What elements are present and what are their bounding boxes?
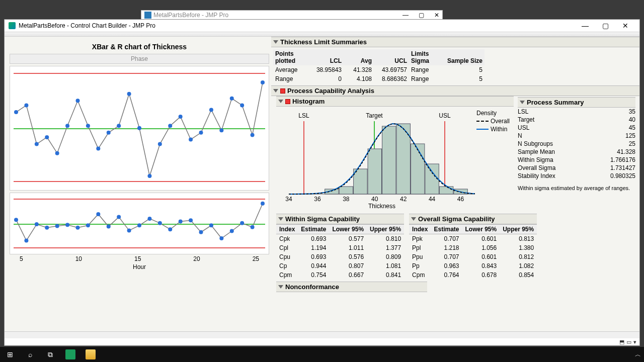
main-window: MetalPartsBefore - Control Chart Builder… xyxy=(4,19,640,346)
x-axis-label: Hour xyxy=(10,262,269,273)
svg-point-41 xyxy=(117,215,121,219)
svg-point-18 xyxy=(168,124,172,128)
svg-point-52 xyxy=(230,229,234,233)
within-cap-header[interactable]: Within Sigma Capability xyxy=(276,214,404,224)
phase-dropzone[interactable]: Phase xyxy=(10,54,269,64)
app-icon xyxy=(144,12,151,19)
svg-point-45 xyxy=(158,221,162,225)
svg-point-51 xyxy=(219,236,223,240)
svg-point-12 xyxy=(107,131,111,135)
bg-close-icon: ✕ xyxy=(434,12,439,19)
svg-point-8 xyxy=(65,124,69,128)
taskview-button[interactable]: ⧉ xyxy=(40,347,60,362)
svg-point-31 xyxy=(14,218,18,222)
svg-point-27 xyxy=(261,80,265,84)
x-axis-ticks: 510152025 xyxy=(10,254,269,262)
nonconf-header[interactable]: Nonconformance xyxy=(276,282,427,292)
disclosure-icon xyxy=(411,217,416,221)
svg-text:40: 40 xyxy=(371,196,378,203)
svg-text:44: 44 xyxy=(429,196,436,203)
svg-point-14 xyxy=(127,92,131,96)
disclosure-icon xyxy=(520,101,525,104)
hist-title: Histogram xyxy=(292,98,325,105)
svg-point-53 xyxy=(240,221,244,225)
svg-point-11 xyxy=(96,147,100,151)
bg-minimize-icon: — xyxy=(403,12,409,19)
svg-point-17 xyxy=(158,142,162,146)
svg-point-39 xyxy=(96,212,100,216)
svg-point-46 xyxy=(168,227,172,231)
svg-point-22 xyxy=(209,108,213,112)
chart-title: XBar & R chart of Thickness xyxy=(10,39,269,52)
svg-point-40 xyxy=(107,225,111,229)
svg-point-25 xyxy=(240,103,244,107)
svg-text:LSL: LSL xyxy=(298,112,309,119)
summary-title: Process Summary xyxy=(527,99,584,106)
svg-text:Target: Target xyxy=(366,112,383,119)
svg-rect-64 xyxy=(339,187,353,194)
overall-cap-header[interactable]: Overall Sigma Capability xyxy=(409,214,537,224)
svg-point-50 xyxy=(209,223,213,227)
taskbar-app-explorer[interactable] xyxy=(80,347,101,362)
svg-rect-67 xyxy=(382,126,396,194)
svg-point-38 xyxy=(86,223,90,227)
maximize-button[interactable]: ▢ xyxy=(595,20,615,32)
hist-section-header[interactable]: Histogram xyxy=(276,96,514,107)
svg-point-9 xyxy=(76,99,80,103)
tray-chevron-icon[interactable]: ︿ xyxy=(632,350,644,359)
app-icon xyxy=(9,22,16,29)
horizontal-scrollbar[interactable] xyxy=(5,331,639,338)
svg-text:46: 46 xyxy=(457,196,464,203)
summary-note: Within sigma estimated by average of ran… xyxy=(518,185,635,191)
svg-text:34: 34 xyxy=(285,196,292,203)
svg-point-20 xyxy=(189,137,193,141)
xbar-chart[interactable] xyxy=(10,66,269,191)
limits-title: Thickness Limit Summaries xyxy=(280,38,367,46)
status-dropdown-icon[interactable]: ▾ xyxy=(633,339,636,345)
nonconf-title: Nonconformance xyxy=(285,283,339,291)
svg-point-15 xyxy=(137,126,141,130)
svg-rect-69 xyxy=(411,144,424,194)
summary-section-header[interactable]: Process Summary xyxy=(518,97,635,108)
summary-table: LSL35Target40USL45N125N Subgroups25Sampl… xyxy=(518,108,635,180)
svg-point-24 xyxy=(230,97,234,101)
r-chart[interactable] xyxy=(10,193,269,254)
svg-text:42: 42 xyxy=(400,196,407,203)
status-icon[interactable]: ⬒ xyxy=(619,339,624,345)
svg-point-49 xyxy=(199,230,203,234)
limits-section-header[interactable]: Thickness Limit Summaries xyxy=(271,37,639,47)
svg-point-16 xyxy=(147,174,151,178)
svg-rect-65 xyxy=(354,169,367,194)
svg-point-21 xyxy=(199,131,203,135)
svg-point-35 xyxy=(55,224,59,228)
search-button[interactable]: ⌕ xyxy=(20,347,40,362)
svg-text:36: 36 xyxy=(314,196,321,203)
svg-point-48 xyxy=(189,218,193,222)
disclosure-icon xyxy=(273,40,278,44)
svg-point-43 xyxy=(137,223,141,227)
within-line-icon xyxy=(476,129,489,130)
minimize-button[interactable]: — xyxy=(575,20,595,32)
options-red-icon[interactable] xyxy=(285,99,290,104)
toolbar xyxy=(5,32,639,37)
status-icon[interactable]: ▭ xyxy=(626,339,631,345)
within-cap-title: Within Sigma Capability xyxy=(285,215,360,223)
disclosure-icon xyxy=(273,89,278,93)
svg-point-10 xyxy=(86,124,90,128)
background-window-titlebar: MetalPartsBefore - JMP Pro — ▢ ✕ xyxy=(141,10,443,20)
svg-point-7 xyxy=(55,151,59,155)
pca-section-header[interactable]: Process Capability Analysis xyxy=(271,85,639,96)
svg-point-37 xyxy=(76,226,80,230)
taskbar-app-jmp[interactable] xyxy=(60,347,80,362)
svg-point-32 xyxy=(24,238,28,242)
options-red-icon[interactable] xyxy=(280,88,285,94)
status-bar: ⬒ ▭ ▾ xyxy=(5,338,639,345)
disclosure-icon xyxy=(278,285,283,289)
svg-point-47 xyxy=(179,220,183,224)
bg-title: MetalPartsBefore - JMP Pro xyxy=(153,12,228,19)
start-button[interactable]: ⊞ xyxy=(0,347,20,362)
close-button[interactable]: ✕ xyxy=(615,20,635,32)
disclosure-icon xyxy=(278,100,283,103)
svg-point-36 xyxy=(65,223,69,227)
histogram-chart[interactable]: LSL Target USL 34363840424446 Thickness xyxy=(276,109,488,209)
